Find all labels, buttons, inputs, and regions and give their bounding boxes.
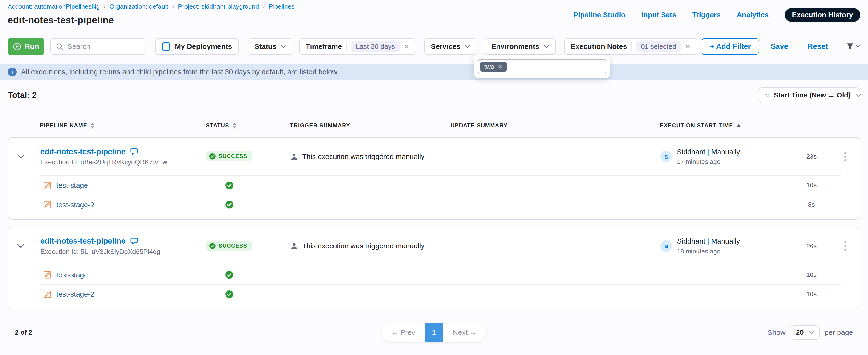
sort-dropdown[interactable]: ↑↓ Start Time (New → Old) (758, 87, 860, 103)
tab-triggers[interactable]: Triggers (692, 11, 721, 19)
tab-analytics[interactable]: Analytics (737, 11, 769, 19)
expand-chevron-icon[interactable] (8, 154, 34, 158)
breadcrumb-project[interactable]: Project: siddhant-playground (178, 3, 259, 10)
filter-selector-button[interactable] (846, 42, 860, 51)
remove-tag-icon[interactable]: ✕ (497, 63, 502, 70)
header-left: Account: automationPipelinesNg › Organiz… (8, 3, 294, 36)
stage-name-link[interactable]: test-stage (56, 271, 88, 279)
breadcrumb-pipelines[interactable]: Pipelines (269, 3, 294, 10)
stage-duration: 8s (792, 201, 831, 208)
column-header-pipeline-name[interactable]: PIPELINE NAME (33, 122, 199, 129)
stage-name-cell: test-stage-2 (34, 290, 200, 298)
search-input[interactable] (67, 42, 140, 51)
status-label: SUCCESS (219, 243, 247, 249)
page-header: Account: automationPipelinesNg › Organiz… (0, 0, 868, 36)
chevron-down-icon (465, 45, 470, 48)
comment-icon[interactable] (130, 148, 138, 155)
comment-icon[interactable] (130, 237, 138, 245)
run-button-label: Run (25, 42, 39, 51)
execution-card: edit-notes-test-pipeline Execution Id: o… (8, 137, 860, 220)
pencil-stage-icon (43, 271, 52, 279)
environments-filter-dropdown[interactable]: Environments (485, 38, 556, 55)
kebab-menu-icon[interactable] (838, 238, 853, 254)
my-deployments-label: My Deployments (175, 42, 232, 51)
stage-duration: 10s (792, 291, 831, 298)
check-circle-icon (209, 243, 216, 249)
expand-chevron-icon[interactable] (8, 244, 34, 248)
tab-execution-history-active[interactable]: Execution History (785, 8, 860, 22)
execution-row[interactable]: edit-notes-test-pipeline Execution Id: 5… (8, 227, 860, 265)
execution-notes-filter[interactable]: Execution Notes 01 selected ✕ (564, 38, 697, 55)
time-ago: 17 minutes ago (677, 158, 740, 166)
pipeline-tabs: Pipeline Studio Input Sets Triggers Anal… (574, 8, 860, 22)
timeframe-label: Timeframe (306, 42, 342, 51)
tab-pipeline-studio[interactable]: Pipeline Studio (574, 11, 625, 19)
run-button[interactable]: Run (8, 38, 44, 55)
close-icon[interactable]: ✕ (685, 42, 690, 51)
triggered-by: Siddhant | Manually (677, 148, 740, 156)
pager: ← Prev 1 Next → (382, 323, 486, 342)
column-header-label: TRIGGER SUMMARY (290, 122, 350, 129)
prev-page-button[interactable]: ← Prev (382, 323, 425, 342)
column-header-update-summary: UPDATE SUMMARY (444, 122, 653, 129)
status-badge: SUCCESS (207, 241, 252, 251)
sort-arrows-icon (232, 123, 237, 129)
chevron-down-icon (856, 94, 861, 97)
timeframe-value-chip: Last 30 days (351, 41, 400, 52)
person-icon (290, 153, 298, 160)
execution-duration: 23s (792, 153, 831, 160)
divider (346, 42, 347, 51)
services-filter-dropdown[interactable]: Services (425, 38, 477, 55)
stage-row[interactable]: test-stage 10s (8, 265, 860, 284)
page-title: edit-notes-test-pipeline (8, 14, 294, 25)
sort-asc-icon (737, 124, 741, 127)
pipeline-name-link[interactable]: edit-notes-test-pipeline (40, 237, 125, 245)
stage-name-cell: test-stage (34, 271, 200, 279)
check-circle-icon (225, 201, 284, 209)
search-box (50, 38, 145, 55)
person-icon (290, 242, 298, 249)
next-page-button[interactable]: Next → (443, 323, 486, 342)
trigger-summary-cell: This execution was triggered manually (284, 153, 444, 161)
table-header-row: PIPELINE NAME STATUS TRIGGER SUMMARY UPD… (8, 121, 860, 130)
page-size-select[interactable]: 20 (790, 325, 820, 340)
stage-name-cell: test-stage (34, 181, 200, 190)
column-header-label: UPDATE SUMMARY (451, 122, 507, 129)
stage-name-link[interactable]: test-stage-2 (56, 201, 94, 209)
kebab-menu-icon[interactable] (838, 149, 853, 164)
column-header-execution-start-time[interactable]: EXECUTION START TIME (653, 122, 792, 129)
column-header-label: EXECUTION START TIME (660, 122, 733, 129)
my-deployments-checkbox[interactable] (162, 42, 170, 51)
stage-name-link[interactable]: test-stage (56, 181, 88, 189)
close-icon[interactable]: ✕ (404, 42, 409, 51)
breadcrumb-organization[interactable]: Organization: default (110, 3, 168, 10)
status-cell: SUCCESS (200, 241, 284, 252)
search-icon (56, 42, 63, 50)
chevron-right-icon: › (103, 3, 105, 10)
breadcrumb-account[interactable]: Account: automationPipelinesNg (8, 3, 100, 10)
execution-notes-label: Execution Notes (571, 42, 627, 51)
execution-start-cell: s Siddhant | Manually 17 minutes ago (654, 148, 792, 166)
pipeline-name-link[interactable]: edit-notes-test-pipeline (40, 147, 125, 156)
status-filter-dropdown[interactable]: Status (248, 38, 293, 55)
execution-row[interactable]: edit-notes-test-pipeline Execution Id: o… (8, 138, 860, 175)
column-header-status[interactable]: STATUS (199, 122, 283, 129)
stage-row[interactable]: test-stage-2 8s (8, 195, 860, 214)
tab-input-sets[interactable]: Input Sets (642, 11, 676, 19)
pagination-bar: 2 of 2 ← Prev 1 Next → Show 20 per page (8, 323, 860, 342)
stage-row[interactable]: test-stage-2 10s (8, 285, 860, 304)
reset-filter-button[interactable]: Reset (808, 42, 828, 51)
execution-id: Execution Id: 5L_uV3JkSlyDoXd65Pl4og (40, 248, 200, 256)
my-deployments-filter[interactable]: My Deployments (155, 38, 239, 55)
save-filter-button[interactable]: Save (771, 42, 788, 51)
execution-notes-tag-input[interactable]: two ✕ (478, 59, 606, 74)
add-filter-button[interactable]: + Add Filter (702, 38, 759, 55)
pipeline-name-cell: edit-notes-test-pipeline Execution Id: o… (34, 147, 200, 166)
stage-row[interactable]: test-stage 10s (8, 176, 860, 195)
check-circle-icon (225, 181, 284, 190)
stage-name-link[interactable]: test-stage-2 (56, 290, 94, 298)
triggered-by: Siddhant | Manually (677, 237, 740, 245)
page-1-button[interactable]: 1 (425, 323, 443, 342)
timeframe-filter[interactable]: Timeframe Last 30 days ✕ (299, 38, 416, 55)
info-banner-text: All executions, including reruns and chi… (21, 68, 339, 76)
